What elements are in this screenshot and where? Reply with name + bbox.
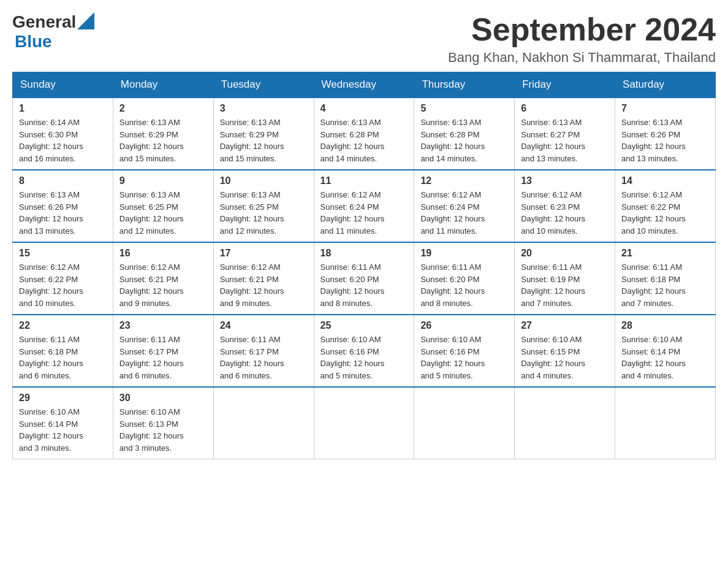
calendar-day-cell: 11 Sunrise: 6:12 AM Sunset: 6:24 PM Dayl… bbox=[314, 170, 414, 242]
day-number: 24 bbox=[220, 320, 308, 331]
day-number: 8 bbox=[19, 175, 107, 186]
calendar-day-cell: 8 Sunrise: 6:13 AM Sunset: 6:26 PM Dayli… bbox=[13, 170, 113, 242]
calendar-day-cell: 30 Sunrise: 6:10 AM Sunset: 6:13 PM Dayl… bbox=[113, 387, 213, 459]
day-info: Sunrise: 6:10 AM Sunset: 6:13 PM Dayligh… bbox=[119, 406, 207, 454]
calendar-day-cell: 27 Sunrise: 6:10 AM Sunset: 6:15 PM Dayl… bbox=[515, 315, 615, 387]
day-info: Sunrise: 6:10 AM Sunset: 6:16 PM Dayligh… bbox=[420, 334, 508, 381]
calendar-day-cell: 4 Sunrise: 6:13 AM Sunset: 6:28 PM Dayli… bbox=[314, 98, 414, 170]
day-number: 30 bbox=[119, 393, 207, 404]
calendar-day-header: Sunday bbox=[13, 72, 113, 98]
day-info: Sunrise: 6:11 AM Sunset: 6:19 PM Dayligh… bbox=[521, 261, 609, 309]
day-info: Sunrise: 6:13 AM Sunset: 6:26 PM Dayligh… bbox=[621, 117, 709, 164]
day-info: Sunrise: 6:11 AM Sunset: 6:17 PM Dayligh… bbox=[119, 334, 207, 381]
day-number: 14 bbox=[621, 175, 709, 186]
logo-general: General bbox=[12, 12, 76, 32]
location-title: Bang Khan, Nakhon Si Thammarat, Thailand bbox=[448, 50, 716, 66]
day-info: Sunrise: 6:14 AM Sunset: 6:30 PM Dayligh… bbox=[19, 117, 107, 164]
day-info: Sunrise: 6:10 AM Sunset: 6:14 PM Dayligh… bbox=[19, 406, 107, 454]
day-number: 4 bbox=[320, 103, 408, 114]
calendar-day-cell: 10 Sunrise: 6:13 AM Sunset: 6:25 PM Dayl… bbox=[213, 170, 314, 242]
day-info: Sunrise: 6:11 AM Sunset: 6:18 PM Dayligh… bbox=[19, 334, 107, 381]
day-number: 6 bbox=[521, 103, 609, 114]
calendar-day-cell: 15 Sunrise: 6:12 AM Sunset: 6:22 PM Dayl… bbox=[13, 242, 113, 315]
calendar-day-cell: 9 Sunrise: 6:13 AM Sunset: 6:25 PM Dayli… bbox=[113, 170, 213, 242]
day-number: 28 bbox=[621, 320, 709, 331]
day-number: 2 bbox=[119, 103, 207, 114]
day-info: Sunrise: 6:13 AM Sunset: 6:27 PM Dayligh… bbox=[521, 117, 609, 164]
day-info: Sunrise: 6:11 AM Sunset: 6:20 PM Dayligh… bbox=[320, 261, 408, 309]
day-number: 1 bbox=[19, 103, 107, 114]
day-info: Sunrise: 6:13 AM Sunset: 6:25 PM Dayligh… bbox=[220, 189, 308, 237]
day-number: 27 bbox=[521, 320, 609, 331]
day-number: 7 bbox=[621, 103, 709, 114]
day-number: 3 bbox=[220, 103, 308, 114]
day-info: Sunrise: 6:12 AM Sunset: 6:22 PM Dayligh… bbox=[19, 261, 107, 309]
month-title: September 2024 bbox=[448, 12, 716, 47]
day-info: Sunrise: 6:13 AM Sunset: 6:25 PM Dayligh… bbox=[119, 189, 207, 237]
svg-marker-0 bbox=[77, 12, 94, 29]
calendar-day-cell: 16 Sunrise: 6:12 AM Sunset: 6:21 PM Dayl… bbox=[113, 242, 213, 315]
day-number: 13 bbox=[521, 175, 609, 186]
logo-triangle-icon bbox=[77, 12, 94, 29]
day-info: Sunrise: 6:13 AM Sunset: 6:28 PM Dayligh… bbox=[320, 117, 408, 164]
calendar-day-cell bbox=[213, 387, 314, 459]
calendar-day-cell: 24 Sunrise: 6:11 AM Sunset: 6:17 PM Dayl… bbox=[213, 315, 314, 387]
day-info: Sunrise: 6:12 AM Sunset: 6:21 PM Dayligh… bbox=[119, 261, 207, 309]
calendar-day-cell: 21 Sunrise: 6:11 AM Sunset: 6:18 PM Dayl… bbox=[615, 242, 716, 315]
day-number: 23 bbox=[119, 320, 207, 331]
day-number: 29 bbox=[19, 393, 107, 404]
page-header: General Blue September 2024 Bang Khan, N… bbox=[12, 12, 716, 66]
calendar-day-cell: 12 Sunrise: 6:12 AM Sunset: 6:24 PM Dayl… bbox=[414, 170, 515, 242]
logo: General Blue bbox=[12, 12, 94, 52]
calendar-table: SundayMondayTuesdayWednesdayThursdayFrid… bbox=[12, 72, 716, 459]
day-info: Sunrise: 6:10 AM Sunset: 6:16 PM Dayligh… bbox=[320, 334, 408, 381]
calendar-day-cell: 25 Sunrise: 6:10 AM Sunset: 6:16 PM Dayl… bbox=[314, 315, 414, 387]
calendar-header-row: SundayMondayTuesdayWednesdayThursdayFrid… bbox=[13, 72, 716, 98]
calendar-day-cell: 29 Sunrise: 6:10 AM Sunset: 6:14 PM Dayl… bbox=[13, 387, 113, 459]
calendar-day-cell: 23 Sunrise: 6:11 AM Sunset: 6:17 PM Dayl… bbox=[113, 315, 213, 387]
day-info: Sunrise: 6:11 AM Sunset: 6:17 PM Dayligh… bbox=[220, 334, 308, 381]
day-number: 10 bbox=[220, 175, 308, 186]
calendar-day-cell: 2 Sunrise: 6:13 AM Sunset: 6:29 PM Dayli… bbox=[113, 98, 213, 170]
day-number: 15 bbox=[19, 248, 107, 259]
day-info: Sunrise: 6:12 AM Sunset: 6:22 PM Dayligh… bbox=[621, 189, 709, 237]
calendar-week-row: 22 Sunrise: 6:11 AM Sunset: 6:18 PM Dayl… bbox=[13, 315, 716, 387]
day-number: 26 bbox=[420, 320, 508, 331]
day-number: 25 bbox=[320, 320, 408, 331]
calendar-day-cell: 13 Sunrise: 6:12 AM Sunset: 6:23 PM Dayl… bbox=[515, 170, 615, 242]
calendar-day-cell bbox=[515, 387, 615, 459]
calendar-day-cell: 17 Sunrise: 6:12 AM Sunset: 6:21 PM Dayl… bbox=[213, 242, 314, 315]
calendar-day-cell bbox=[314, 387, 414, 459]
calendar-day-cell bbox=[414, 387, 515, 459]
calendar-day-cell: 28 Sunrise: 6:10 AM Sunset: 6:14 PM Dayl… bbox=[615, 315, 716, 387]
calendar-day-cell: 26 Sunrise: 6:10 AM Sunset: 6:16 PM Dayl… bbox=[414, 315, 515, 387]
title-section: September 2024 Bang Khan, Nakhon Si Tham… bbox=[448, 12, 716, 66]
calendar-day-header: Saturday bbox=[615, 72, 716, 98]
day-info: Sunrise: 6:11 AM Sunset: 6:18 PM Dayligh… bbox=[621, 261, 709, 309]
day-number: 19 bbox=[420, 248, 508, 259]
day-info: Sunrise: 6:12 AM Sunset: 6:23 PM Dayligh… bbox=[521, 189, 609, 237]
calendar-day-header: Friday bbox=[515, 72, 615, 98]
calendar-day-header: Thursday bbox=[414, 72, 515, 98]
day-info: Sunrise: 6:11 AM Sunset: 6:20 PM Dayligh… bbox=[420, 261, 508, 309]
day-info: Sunrise: 6:13 AM Sunset: 6:29 PM Dayligh… bbox=[220, 117, 308, 164]
day-info: Sunrise: 6:12 AM Sunset: 6:24 PM Dayligh… bbox=[420, 189, 508, 237]
logo-blue: Blue bbox=[15, 32, 52, 51]
calendar-day-cell: 1 Sunrise: 6:14 AM Sunset: 6:30 PM Dayli… bbox=[13, 98, 113, 170]
calendar-week-row: 8 Sunrise: 6:13 AM Sunset: 6:26 PM Dayli… bbox=[13, 170, 716, 242]
day-number: 16 bbox=[119, 248, 207, 259]
day-number: 21 bbox=[621, 248, 709, 259]
calendar-day-cell bbox=[615, 387, 716, 459]
day-info: Sunrise: 6:12 AM Sunset: 6:24 PM Dayligh… bbox=[320, 189, 408, 237]
day-number: 20 bbox=[521, 248, 609, 259]
calendar-day-header: Tuesday bbox=[213, 72, 314, 98]
calendar-day-header: Wednesday bbox=[314, 72, 414, 98]
day-number: 12 bbox=[420, 175, 508, 186]
calendar-week-row: 15 Sunrise: 6:12 AM Sunset: 6:22 PM Dayl… bbox=[13, 242, 716, 315]
calendar-day-header: Monday bbox=[113, 72, 213, 98]
day-number: 9 bbox=[119, 175, 207, 186]
day-number: 17 bbox=[220, 248, 308, 259]
calendar-day-cell: 14 Sunrise: 6:12 AM Sunset: 6:22 PM Dayl… bbox=[615, 170, 716, 242]
day-number: 22 bbox=[19, 320, 107, 331]
calendar-week-row: 1 Sunrise: 6:14 AM Sunset: 6:30 PM Dayli… bbox=[13, 98, 716, 170]
